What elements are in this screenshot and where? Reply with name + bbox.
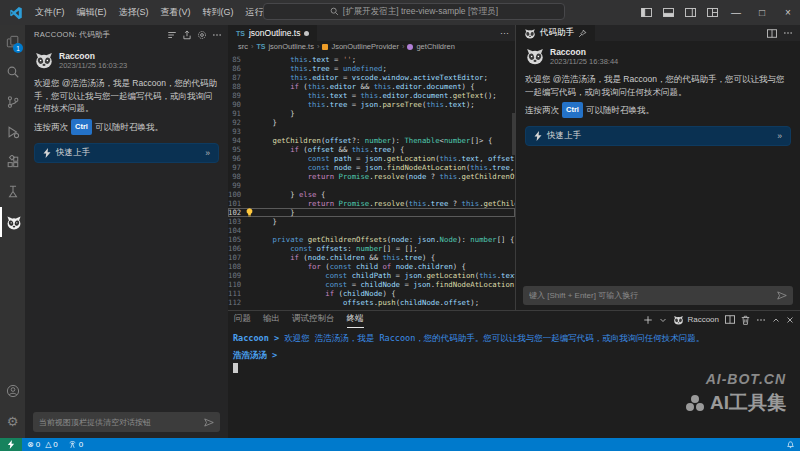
- command-center-search[interactable]: [扩展开发宿主] tree-view-sample [管理员]: [263, 3, 565, 20]
- raccoon-icon: [524, 28, 536, 39]
- code-line[interactable]: 112 offsets.push(childNode.offset);: [228, 298, 515, 307]
- watermark-logo-icon: [685, 394, 705, 412]
- menu-item[interactable]: 文件(F): [30, 4, 70, 21]
- code-line[interactable]: 109 const childPath = json.getLocation(t…: [228, 271, 515, 280]
- code-line[interactable]: 101 return Promise.resolve(this.tree ? t…: [228, 199, 515, 208]
- code-line[interactable]: 108 for (const child of node.children) {: [228, 262, 515, 271]
- line-number: 86: [228, 64, 246, 73]
- editor-scrollbar[interactable]: [512, 113, 515, 155]
- code-line[interactable]: 94 getChildren(offset?: number): Thenabl…: [228, 136, 515, 145]
- line-number: 109: [228, 271, 246, 280]
- problems-indicator[interactable]: ⊗ 0 △ 0: [22, 438, 63, 451]
- quick-start-button[interactable]: 快速上手 »: [525, 126, 791, 146]
- code-line[interactable]: 110 const = childNode = json.findNodeAtL…: [228, 280, 515, 289]
- activity-raccoon[interactable]: [0, 207, 25, 237]
- quick-start-button[interactable]: 快速上手 »: [34, 143, 219, 163]
- activity-run-debug[interactable]: [0, 117, 25, 147]
- code-line[interactable]: 104: [228, 226, 515, 235]
- code-line[interactable]: 100 } else {: [228, 190, 515, 199]
- code-line[interactable]: 106 const offsets: number[] = [];: [228, 244, 515, 253]
- assistant-chat-input[interactable]: 键入 [Shift + Enter] 可输入换行: [523, 286, 793, 305]
- code-line[interactable]: 98 return Promise.resolve(node ? this.ge…: [228, 172, 515, 181]
- kill-terminal-trash-icon[interactable]: [741, 315, 750, 325]
- code-line[interactable]: 89 this.text = this.editor.document.getT…: [228, 91, 515, 100]
- account-icon[interactable]: [0, 376, 25, 406]
- send-icon[interactable]: [204, 418, 214, 427]
- menu-item[interactable]: 编辑(E): [72, 4, 112, 21]
- code-line[interactable]: 103 }: [228, 217, 515, 226]
- code-line[interactable]: 95 if (offset && this.tree) {: [228, 145, 515, 154]
- modified-dot-icon[interactable]: [304, 31, 309, 36]
- code-line[interactable]: 87 this.editor = vscode.window.activeTex…: [228, 73, 515, 82]
- split-terminal-icon[interactable]: [725, 315, 735, 324]
- sidebar-chat-input[interactable]: 当前视图顶栏提供清空对话按钮: [33, 412, 220, 432]
- summon-hint: 连按两次 Ctrl 可以随时召唤我。: [525, 102, 791, 118]
- split-editor-icon[interactable]: [767, 29, 777, 38]
- explorer-badge: 1: [13, 43, 23, 53]
- new-terminal-icon[interactable]: [643, 315, 653, 325]
- clear-chat-icon[interactable]: [167, 30, 177, 40]
- code-line[interactable]: 93: [228, 127, 515, 136]
- settings-icon[interactable]: [197, 30, 207, 40]
- activity-search[interactable]: [0, 57, 25, 87]
- code-area[interactable]: 85 this.text = '';86 this.tree = undefin…: [228, 52, 515, 310]
- toggle-secondary-sidebar-icon[interactable]: [680, 0, 700, 25]
- panel-tab-终端[interactable]: 终端: [347, 311, 364, 328]
- breadcrumb[interactable]: src› TS jsonOutline.ts› JsonOutlineProvi…: [228, 41, 515, 52]
- menu-item[interactable]: 查看(V): [156, 4, 196, 21]
- pin-icon[interactable]: [578, 29, 587, 38]
- code-line[interactable]: 88 if (this.editor && this.editor.docume…: [228, 82, 515, 91]
- code-line[interactable]: 90 this.tree = json.parseTree(this.text)…: [228, 100, 515, 109]
- notifications-bell[interactable]: [781, 438, 800, 451]
- code-line[interactable]: 99: [228, 181, 515, 190]
- activity-explorer[interactable]: 1: [0, 27, 25, 57]
- export-icon[interactable]: [182, 30, 192, 40]
- toggle-panel-icon[interactable]: [658, 0, 678, 25]
- lightning-icon: [43, 148, 51, 158]
- activity-extensions[interactable]: [0, 147, 25, 177]
- code-line[interactable]: 105 private getChildrenOffsets(node: jso…: [228, 235, 515, 244]
- maximize-button[interactable]: □: [750, 0, 774, 25]
- panel-tab-输出[interactable]: 输出: [263, 311, 280, 328]
- close-panel-icon[interactable]: [786, 316, 794, 324]
- lightbulb-icon[interactable]: [246, 208, 255, 217]
- code-line[interactable]: 97 const node = json.findNodeAtLocation(…: [228, 163, 515, 172]
- terminal-content[interactable]: Raccoon > 欢迎您 浩浩汤汤，我是 Raccoon，您的代码助手。您可以…: [228, 328, 800, 373]
- minimize-button[interactable]: —: [724, 0, 748, 25]
- code-line[interactable]: 92 }: [228, 118, 515, 127]
- activity-source-control[interactable]: [0, 87, 25, 117]
- more-icon[interactable]: [212, 30, 222, 40]
- maximize-panel-chevron-icon[interactable]: [772, 316, 780, 324]
- errors-icon: ⊗: [27, 440, 34, 449]
- close-button[interactable]: ×: [776, 0, 800, 25]
- editor-more-actions[interactable]: ···: [494, 25, 515, 41]
- code-line[interactable]: 85 this.text = '';: [228, 55, 515, 64]
- settings-gear-icon[interactable]: ⚙: [0, 406, 25, 436]
- ports-indicator[interactable]: 0: [63, 438, 88, 451]
- more-icon[interactable]: [783, 28, 793, 38]
- method-symbol-icon: [407, 44, 413, 50]
- code-line[interactable]: 86 this.tree = undefined;: [228, 64, 515, 73]
- sidebar-raccoon: RACCOON: 代码助手 Raccoon 2023/11/25 16:03:2…: [25, 25, 228, 438]
- line-number: 94: [228, 136, 246, 145]
- toggle-sidebar-icon[interactable]: [636, 0, 656, 25]
- send-icon[interactable]: [777, 291, 787, 300]
- more-icon[interactable]: [756, 315, 766, 325]
- code-line[interactable]: 107 if (node.children && this.tree) {: [228, 253, 515, 262]
- code-line[interactable]: 111 if (childNode) {: [228, 289, 515, 298]
- terminal-profile[interactable]: Raccoon: [673, 315, 719, 325]
- tab-jsonoutline[interactable]: TS jsonOutline.ts: [228, 25, 318, 41]
- menu-item[interactable]: 选择(S): [114, 4, 154, 21]
- code-line[interactable]: 102 }: [228, 208, 515, 217]
- tab-code-assistant[interactable]: 代码助手: [516, 25, 595, 41]
- remote-indicator[interactable]: [0, 438, 22, 451]
- panel-tab-问题[interactable]: 问题: [234, 311, 251, 328]
- code-line[interactable]: 91 }: [228, 109, 515, 118]
- customize-layout-icon[interactable]: [702, 0, 722, 25]
- panel-tab-调试控制台[interactable]: 调试控制台: [292, 311, 335, 328]
- bell-icon: [786, 440, 795, 449]
- code-line[interactable]: 96 const path = json.getLocation(this.te…: [228, 154, 515, 163]
- terminal-dropdown-chevron-icon[interactable]: [659, 316, 667, 324]
- activity-test-beaker[interactable]: [0, 177, 25, 207]
- menu-item[interactable]: 转到(G): [198, 4, 239, 21]
